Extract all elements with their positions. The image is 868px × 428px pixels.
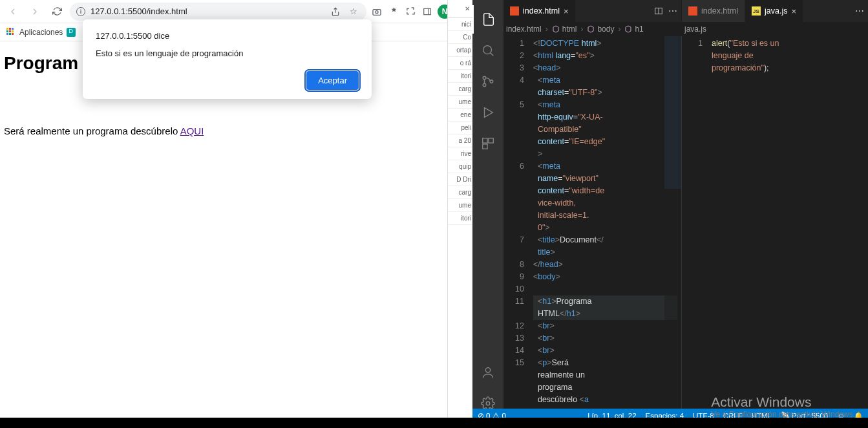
back-button[interactable] bbox=[4, 3, 22, 21]
alert-title: 127.0.0.1:5500 dice bbox=[96, 31, 359, 41]
svg-rect-12 bbox=[483, 144, 487, 149]
tab-label: java.js bbox=[765, 6, 787, 16]
aqui-link[interactable]: AQUI bbox=[180, 125, 204, 136]
search-icon[interactable] bbox=[472, 36, 503, 65]
extension-icon[interactable] bbox=[387, 5, 400, 18]
download-item[interactable]: o rá bbox=[448, 57, 472, 70]
page-paragraph: Será realmente un programa descúbrelo AQ… bbox=[4, 125, 469, 136]
js-alert-dialog: 127.0.0.1:5500 dice Esto si es un lengua… bbox=[83, 19, 372, 99]
svg-marker-9 bbox=[485, 108, 493, 118]
alert-accept-button[interactable]: Aceptar bbox=[306, 71, 359, 90]
editor-groups: index.html× ⋯ index.html JSjava.js× ⋯ in… bbox=[503, 0, 868, 418]
line-gutter: 1 bbox=[682, 36, 710, 418]
activity-bar bbox=[472, 0, 503, 418]
minimap[interactable] bbox=[664, 36, 681, 418]
more-actions-icon[interactable]: ⋯ bbox=[668, 6, 677, 16]
code-area-left[interactable]: <!DOCTYPE html><html lang="es"><head> <m… bbox=[532, 36, 681, 418]
tab-label: index.html bbox=[701, 6, 738, 16]
svg-rect-10 bbox=[483, 138, 487, 143]
line-gutter: 123456789101112131415 bbox=[503, 36, 532, 418]
breadcrumb-right[interactable]: java.js bbox=[682, 22, 868, 36]
svg-point-1 bbox=[376, 10, 378, 13]
url-text: 127.0.0.1:5500/index.html bbox=[90, 6, 187, 16]
explorer-icon[interactable] bbox=[472, 5, 503, 34]
breadcrumb-row: index.html›html›body›h1 java.js bbox=[503, 22, 868, 36]
close-icon[interactable]: × bbox=[564, 6, 569, 16]
split-editor-icon[interactable] bbox=[654, 6, 663, 16]
html-file-icon bbox=[688, 6, 697, 16]
download-item[interactable]: rive bbox=[448, 147, 472, 160]
forward-button[interactable] bbox=[26, 3, 44, 21]
editors-body: 123456789101112131415 <!DOCTYPE html><ht… bbox=[503, 36, 868, 418]
reload-button[interactable] bbox=[48, 3, 66, 21]
download-item[interactable]: carg bbox=[448, 83, 472, 96]
svg-rect-11 bbox=[489, 138, 493, 143]
bookmark-star-icon[interactable]: ☆ bbox=[347, 5, 360, 18]
apps-grid-icon[interactable] bbox=[6, 28, 16, 37]
download-item[interactable]: peli bbox=[448, 122, 472, 134]
svg-point-6 bbox=[483, 76, 486, 80]
windows-taskbar[interactable] bbox=[0, 418, 868, 428]
svg-point-7 bbox=[483, 83, 486, 87]
code-area-right[interactable]: alert("Esto si es un lenguaje de program… bbox=[710, 36, 868, 418]
download-item[interactable]: carg bbox=[448, 186, 472, 199]
site-info-icon[interactable]: i bbox=[76, 7, 85, 16]
run-debug-icon[interactable] bbox=[472, 98, 503, 127]
accounts-icon[interactable] bbox=[472, 358, 503, 387]
puzzle-icon[interactable] bbox=[404, 5, 417, 18]
download-item[interactable]: itori bbox=[448, 70, 472, 83]
address-bar[interactable]: i 127.0.0.1:5500/index.html ☆ bbox=[70, 3, 366, 21]
downloads-panel-partial: ✕ niciCoortapo ráitoricargumeenepelia 20… bbox=[447, 0, 472, 418]
download-item[interactable]: ortap bbox=[448, 44, 472, 57]
svg-line-5 bbox=[491, 53, 494, 56]
svg-point-4 bbox=[483, 46, 492, 54]
download-item[interactable]: nici bbox=[448, 18, 472, 31]
download-item[interactable]: quip bbox=[448, 160, 472, 173]
download-item[interactable]: itori bbox=[448, 212, 472, 225]
download-item[interactable]: D Dri bbox=[448, 173, 472, 186]
close-icon[interactable]: × bbox=[791, 6, 796, 16]
editor-left[interactable]: 123456789101112131415 <!DOCTYPE html><ht… bbox=[503, 36, 682, 418]
downloads-close-icon[interactable]: ✕ bbox=[448, 0, 472, 18]
panel-icon[interactable] bbox=[421, 5, 434, 18]
download-item[interactable]: Co bbox=[448, 31, 472, 44]
download-item[interactable]: ume bbox=[448, 199, 472, 212]
bookmark-doc-icon[interactable] bbox=[67, 28, 76, 37]
download-item[interactable]: a 20 bbox=[448, 134, 472, 147]
more-actions-icon[interactable]: ⋯ bbox=[855, 6, 864, 16]
editor-right[interactable]: 1 alert("Esto si es un lenguaje de progr… bbox=[682, 36, 868, 418]
js-file-icon: JS bbox=[752, 6, 761, 16]
download-item[interactable]: ume bbox=[448, 96, 472, 109]
svg-rect-2 bbox=[424, 8, 431, 14]
svg-point-14 bbox=[486, 401, 490, 405]
tab-java-js[interactable]: JSjava.js× bbox=[745, 0, 803, 22]
extensions-icon[interactable] bbox=[472, 129, 503, 158]
tab-row: index.html× ⋯ index.html JSjava.js× ⋯ bbox=[503, 0, 868, 22]
breadcrumb-left[interactable]: index.html›html›body›h1 bbox=[503, 22, 682, 36]
vscode-window: index.html× ⋯ index.html JSjava.js× ⋯ in… bbox=[472, 0, 868, 418]
html-file-icon bbox=[510, 6, 519, 16]
chrome-window: i 127.0.0.1:5500/index.html ☆ N ⋮ Aplica… bbox=[0, 0, 472, 418]
paragraph-prefix: Será realmente un programa descúbrelo bbox=[4, 125, 180, 136]
share-icon[interactable] bbox=[329, 5, 342, 18]
svg-rect-0 bbox=[373, 9, 381, 15]
svg-point-13 bbox=[485, 368, 490, 372]
alert-message: Esto si es un lenguaje de programación bbox=[96, 48, 359, 58]
tab-index-html-left[interactable]: index.html× bbox=[503, 0, 576, 22]
source-control-icon[interactable] bbox=[472, 67, 503, 96]
tab-label: index.html bbox=[523, 6, 560, 16]
tab-index-html-right[interactable]: index.html bbox=[682, 0, 745, 22]
download-item[interactable]: ene bbox=[448, 109, 472, 122]
camera-icon[interactable] bbox=[370, 5, 383, 18]
bookmark-apps[interactable]: Aplicaciones bbox=[19, 28, 63, 37]
